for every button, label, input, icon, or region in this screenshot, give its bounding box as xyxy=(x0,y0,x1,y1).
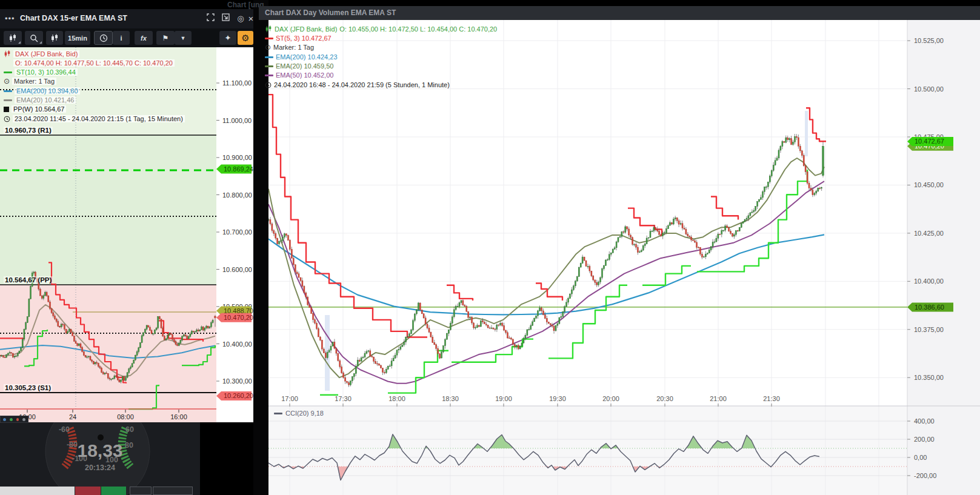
x-axis-label: 21:30 xyxy=(763,395,780,402)
y-axis-label: 10.700,00 xyxy=(222,228,252,236)
gauge-needle-dot xyxy=(98,434,104,440)
left-legend-ohlc-row: O: 10.474,00 H: 10.477,50 L: 10.445,70 C… xyxy=(13,59,175,67)
ema20-swatch xyxy=(4,99,12,101)
search-caret-icon xyxy=(39,41,42,44)
dock-dot-gray[interactable] xyxy=(22,418,25,421)
bookmark-dropdown-button[interactable]: ▼ xyxy=(175,31,192,45)
cci-label: CCI(20) 9,18 xyxy=(285,410,324,417)
ema20-label: EMA(20) 10.459,50 xyxy=(276,62,333,70)
left-window-title: Chart DAX 15-er EMA EMA ST xyxy=(20,14,127,22)
pivot-r1-label: 10.960,73 (R1) xyxy=(4,127,53,134)
marker-label: Marker: 1 Tag xyxy=(12,78,56,85)
focus-target-icon[interactable]: ◎ xyxy=(235,13,246,24)
x-axis-label: 16:00 xyxy=(170,413,187,420)
bottom-field-2[interactable] xyxy=(153,487,193,495)
right-legend-ema50-row: EMA(50) 10.452,00 xyxy=(265,71,333,79)
chart-type-button[interactable] xyxy=(4,31,22,45)
fx-button[interactable]: fx xyxy=(135,31,153,45)
right-window-title: Chart DAX Day Volumen EMA EMA ST xyxy=(265,8,396,17)
right-legend-symbol-row: DAX (JFD Bank, Bid) O: 10.455,00 H: 10.4… xyxy=(265,25,497,33)
info-button[interactable]: i xyxy=(113,31,130,45)
y-axis-label: 10.350,00 xyxy=(914,374,944,381)
dock-dot-blue[interactable] xyxy=(3,418,6,421)
range-label: 23.04.2020 11:45 - 24.04.2020 21:15 (1 T… xyxy=(13,115,185,122)
x-axis-label: 20:00 xyxy=(602,395,619,402)
sell-button[interactable] xyxy=(75,487,101,495)
time-icon xyxy=(99,34,108,42)
y-axis-label: 10.425,00 xyxy=(914,230,944,237)
open-in-window-icon[interactable] xyxy=(220,13,231,24)
ema50-swatch xyxy=(265,75,273,76)
interval-button[interactable]: 15min xyxy=(65,31,90,45)
ema50-label: EMA(50) 10.452,00 xyxy=(276,71,333,79)
x-axis-label: 18:30 xyxy=(442,395,459,402)
marker-icon: ⊙ xyxy=(265,44,271,50)
left-legend-st-row: ST(10, 3) 10.396,44 xyxy=(4,68,78,76)
price-pill-label: 10.472,67 xyxy=(915,138,944,145)
sparkle-icon: ✦ xyxy=(225,33,232,42)
gauge-tick-60: 60 xyxy=(125,425,134,434)
x-axis-label: 17:30 xyxy=(335,395,352,402)
st-swatch xyxy=(4,71,12,73)
pp-swatch xyxy=(4,107,9,112)
chart-type-caret-icon xyxy=(18,41,21,44)
instrument-icon xyxy=(4,50,11,58)
left-legend-ema200-row: EMA(200) 10.394,60 xyxy=(4,87,80,95)
indicator-button[interactable] xyxy=(46,31,63,45)
close-icon[interactable]: × xyxy=(245,13,256,24)
fullscreen-icon[interactable] xyxy=(205,13,216,24)
cci-axis-label: 0,00 xyxy=(914,454,927,461)
menu-ellipsis-icon[interactable]: ••• xyxy=(5,14,15,23)
y-axis-label: 10.375,00 xyxy=(914,326,944,333)
search-button[interactable] xyxy=(25,31,43,45)
chevron-down-icon: ▼ xyxy=(181,35,186,41)
x-axis-label: 17:00 xyxy=(281,395,298,402)
y-axis-label: 10.500,00 xyxy=(914,85,944,93)
fx-icon: fx xyxy=(141,35,147,42)
right-legend-ema20-row: EMA(20) 10.459,50 xyxy=(265,62,333,70)
x-axis-label: 19:30 xyxy=(549,395,566,402)
left-window-titlebar[interactable]: ••• Chart DAX 15-er EMA EMA ST ◎ × xyxy=(0,9,253,28)
settings-button[interactable]: ⚙ xyxy=(238,31,253,45)
pivot-s1-label: 10.305,23 (S1) xyxy=(4,384,52,391)
symbol-label: DAX (JFD Bank, Bid) xyxy=(275,25,337,33)
price-pill-label: 10.260,20 xyxy=(224,392,253,399)
y-axis-label: 10.600,00 xyxy=(222,266,252,273)
y-axis-label: 10.400,00 xyxy=(914,277,944,285)
right-legend-marker-row: ⊙ Marker: 1 Tag xyxy=(265,43,314,51)
time-button[interactable] xyxy=(94,31,113,45)
marker-icon: ⊙ xyxy=(4,78,10,84)
charts-canvas[interactable]: 16:002408:0016:0011.100,0011.000,0010.90… xyxy=(0,0,980,495)
price-pill-label: 10.869,24 xyxy=(224,165,253,173)
instrument-icon xyxy=(265,25,272,33)
dock-dot-red[interactable] xyxy=(16,418,19,421)
bookmark-button[interactable]: ⚑ xyxy=(156,31,175,45)
x-axis-label: 18:00 xyxy=(388,395,405,402)
bottom-panel-light xyxy=(0,487,75,495)
bottom-field-1[interactable] xyxy=(130,487,152,495)
x-axis-label: 19:00 xyxy=(495,395,512,402)
right-window-titlebar[interactable]: Chart DAX Day Volumen EMA EMA ST xyxy=(259,6,980,20)
mini-dock[interactable] xyxy=(0,416,28,423)
sparkle-button[interactable]: ✦ xyxy=(219,31,236,45)
indicator-icon xyxy=(50,34,59,42)
cci-legend: CCI(20) 9,18 xyxy=(274,410,324,417)
dock-dot-green[interactable] xyxy=(10,418,13,421)
y-axis-label: 11.100,00 xyxy=(222,79,252,87)
x-axis-label: 21:00 xyxy=(710,395,727,402)
search-icon xyxy=(30,34,38,42)
left-toolbar: 15min i fx ⚑ ▼ ✦ ⚙ xyxy=(0,28,253,47)
cci-axis-label: 400,00 xyxy=(914,417,935,425)
symbol-label: DAX (JFD Bank, Bid) xyxy=(13,50,79,58)
clock-icon xyxy=(4,116,10,122)
ema20-label: EMA(20) 10.421,46 xyxy=(15,96,76,104)
gauge-timestamp: 20:13:24 xyxy=(0,463,200,472)
left-legend-symbol-row: DAX (JFD Bank, Bid) xyxy=(4,50,79,58)
ohlc-values: O: 10.474,00 H: 10.477,50 L: 10.445,70 C… xyxy=(13,59,175,67)
buy-button[interactable] xyxy=(101,487,126,495)
price-pill-label: 10.470,20 xyxy=(224,314,253,321)
x-axis-label: 24 xyxy=(69,413,76,420)
right-legend-range-row: 24.04.2020 16:48 - 24.04.2020 21:59 (5 S… xyxy=(265,81,450,89)
ema200-swatch xyxy=(265,56,273,58)
ema200-label: EMA(200) 10.394,60 xyxy=(15,87,80,95)
